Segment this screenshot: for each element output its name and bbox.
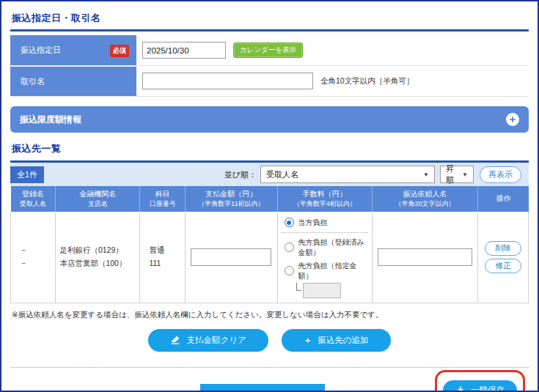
- download-icon: [455, 385, 466, 392]
- registered-name-cell: － －: [11, 212, 56, 303]
- bank-name: 足利銀行（0129）: [59, 244, 136, 257]
- col-header-payee-name: 振込依頼人名（半角20文字以内）: [372, 186, 478, 212]
- branch-name: 本店営業部（100）: [59, 257, 136, 270]
- fee-option-other-registered[interactable]: 先方負担（登録済み金額）: [282, 236, 368, 259]
- clear-amount-label: 支払金額クリア: [186, 335, 246, 346]
- section-header-recipient-list: 振込先一覧: [10, 141, 529, 160]
- col-header-bank: 金融機関名支店名: [56, 186, 140, 212]
- payee-name-note: ※振込依頼人名を変更する場合は、振込依頼人名欄に入力してください。変更しない場合…: [12, 310, 529, 320]
- transaction-name-row: 取引名 全角10文字以内［半角可］: [10, 66, 529, 97]
- account-cell: 普通 111: [140, 212, 185, 303]
- fee-option-other-specified[interactable]: 先方負担（指定金額）: [282, 259, 368, 283]
- edit-button[interactable]: 修正: [485, 259, 521, 273]
- account-type: 普通: [149, 244, 180, 257]
- transaction-name-label-cell: 取引名: [10, 66, 136, 96]
- temp-save-button[interactable]: 一時保存: [443, 380, 517, 392]
- transfer-entry-page: 振込指定日・取引名 振込指定日 必須 カレンダーを表示 取引名 全角10文字以内…: [0, 0, 539, 392]
- refresh-button[interactable]: 再表示: [480, 166, 521, 183]
- transfer-date-label-cell: 振込指定日 必須: [10, 35, 136, 65]
- expand-plus-icon[interactable]: +: [506, 113, 519, 126]
- sort-direction-value: 昇順: [446, 163, 458, 185]
- transaction-name-input[interactable]: [142, 73, 313, 89]
- sort-key-select[interactable]: 受取人名 ▼: [260, 166, 435, 183]
- radio-other-registered[interactable]: [285, 243, 294, 252]
- col-header-registered-name: 登録名受取人名: [11, 186, 56, 212]
- transaction-name-value-cell: 全角10文字以内［半角可］: [136, 66, 529, 96]
- clear-amount-button[interactable]: 支払金額クリア: [148, 329, 268, 352]
- recipient-row: － － 足利銀行（0129） 本店営業部（100） 普通 111: [11, 212, 529, 303]
- add-recipient-label: 振込先の追加: [318, 335, 368, 346]
- next-button[interactable]: 次へ: [200, 384, 325, 392]
- recipient-list-toolbar: 全1件 並び順： 受取人名 ▼ 昇順 ▼ 再表示: [10, 160, 529, 186]
- delete-button[interactable]: 削除: [485, 241, 521, 256]
- transaction-name-label: 取引名: [21, 76, 129, 87]
- actions-cell: 削除 修正: [478, 212, 529, 303]
- plus-icon: ＋: [304, 335, 312, 346]
- section-header-date-name: 振込指定日・取引名: [10, 9, 529, 32]
- sort-key-value: 受取人名: [266, 169, 298, 180]
- save-highlight-annotation: 一時保存: [435, 370, 525, 392]
- sort-order-label: 並び順：: [224, 169, 257, 180]
- footer: 次へ 一時保存: [10, 368, 529, 392]
- recipient-table: 登録名受取人名 金融機関名支店名 科目口座番号 支払金額（円）（半角数字11桁以…: [10, 186, 529, 303]
- required-badge: 必須: [110, 45, 129, 57]
- recipient-name: －: [20, 257, 51, 270]
- count-badge: 全1件: [10, 166, 44, 183]
- payment-amount-cell: [185, 212, 277, 303]
- specified-fee-input[interactable]: [303, 283, 341, 298]
- transaction-name-hint: 全角10文字以内［半角可］: [320, 76, 414, 86]
- dropdown-arrow-icon: ▼: [462, 171, 468, 178]
- payment-amount-input[interactable]: [191, 248, 271, 266]
- sort-direction-select[interactable]: 昇順 ▼: [440, 166, 474, 183]
- col-header-fee: 手数料（円）（半角数字4桁以内）: [277, 186, 372, 212]
- fee-divider: [282, 232, 368, 233]
- payee-name-input[interactable]: [378, 248, 472, 266]
- transfer-date-row: 振込指定日 必須 カレンダーを表示: [10, 35, 529, 66]
- list-action-buttons: 支払金額クリア ＋ 振込先の追加: [10, 329, 529, 352]
- bank-cell: 足利銀行（0129） 本店営業部（100）: [56, 212, 140, 303]
- payee-name-cell: [372, 212, 478, 303]
- transfer-date-input[interactable]: [142, 42, 226, 59]
- transfer-limit-info-bar[interactable]: 振込限度額情報 +: [10, 106, 529, 133]
- account-number: 111: [149, 257, 180, 270]
- add-recipient-button[interactable]: ＋ 振込先の追加: [282, 329, 391, 352]
- temp-save-label: 一時保存: [471, 385, 505, 392]
- radio-other-specified[interactable]: [285, 266, 294, 275]
- registered-name: －: [20, 244, 51, 257]
- col-header-payment-amount: 支払金額（円）（半角数字11桁以内）: [185, 186, 277, 212]
- fee-option-own[interactable]: 当方負担: [282, 216, 368, 229]
- transfer-limit-info-title: 振込限度額情報: [20, 114, 81, 126]
- date-name-form: 振込指定日 必須 カレンダーを表示 取引名 全角10文字以内［半角可］: [10, 35, 529, 97]
- table-header-row: 登録名受取人名 金融機関名支店名 科目口座番号 支払金額（円）（半角数字11桁以…: [11, 186, 529, 212]
- transfer-date-label: 振込指定日: [21, 45, 104, 56]
- page-section-title: 振込指定日・取引名: [12, 12, 527, 25]
- fee-cell: 当方負担 先方負担（登録済み金額） 先方負担（指定金額）: [277, 212, 372, 303]
- eraser-icon: [170, 335, 180, 345]
- l-connector: [296, 283, 301, 291]
- show-calendar-button[interactable]: カレンダーを表示: [233, 42, 303, 58]
- specified-fee-wrap: [296, 283, 368, 298]
- recipient-list-title: 振込先一覧: [12, 142, 527, 155]
- radio-own-charge[interactable]: [285, 218, 294, 227]
- transfer-date-value-cell: カレンダーを表示: [136, 35, 529, 65]
- col-header-account: 科目口座番号: [140, 186, 185, 212]
- dropdown-arrow-icon: ▼: [423, 171, 429, 178]
- col-header-actions: 操作: [478, 186, 529, 212]
